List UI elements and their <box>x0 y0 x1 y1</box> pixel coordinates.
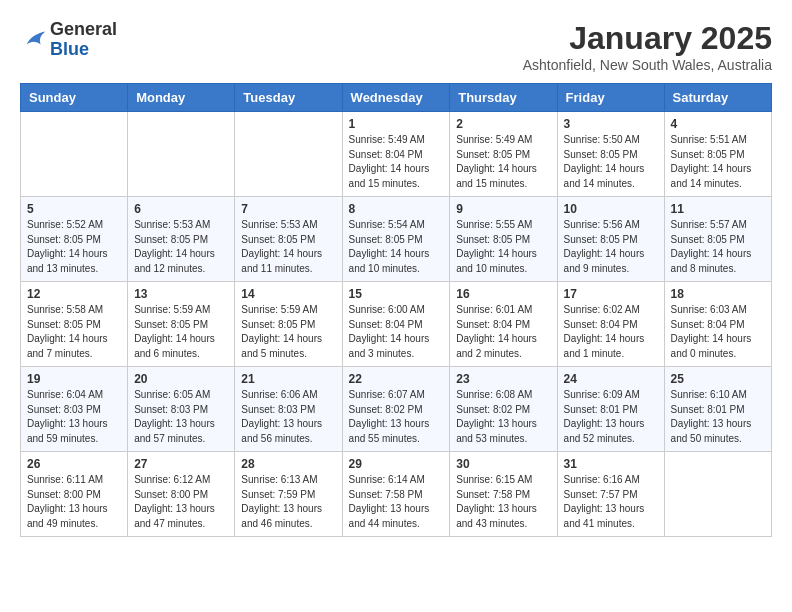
calendar-week-row: 5Sunrise: 5:52 AM Sunset: 8:05 PM Daylig… <box>21 197 772 282</box>
weekday-header-friday: Friday <box>557 84 664 112</box>
calendar-table: SundayMondayTuesdayWednesdayThursdayFrid… <box>20 83 772 537</box>
calendar-cell: 15Sunrise: 6:00 AM Sunset: 8:04 PM Dayli… <box>342 282 450 367</box>
day-number: 17 <box>564 287 658 301</box>
day-number: 7 <box>241 202 335 216</box>
day-info: Sunrise: 6:04 AM Sunset: 8:03 PM Dayligh… <box>27 388 121 446</box>
calendar-cell: 27Sunrise: 6:12 AM Sunset: 8:00 PM Dayli… <box>128 452 235 537</box>
day-number: 11 <box>671 202 765 216</box>
day-number: 23 <box>456 372 550 386</box>
calendar-cell: 20Sunrise: 6:05 AM Sunset: 8:03 PM Dayli… <box>128 367 235 452</box>
location-text: Ashtonfield, New South Wales, Australia <box>523 57 772 73</box>
day-info: Sunrise: 5:49 AM Sunset: 8:04 PM Dayligh… <box>349 133 444 191</box>
calendar-cell: 28Sunrise: 6:13 AM Sunset: 7:59 PM Dayli… <box>235 452 342 537</box>
logo: General Blue <box>20 20 117 60</box>
day-info: Sunrise: 5:56 AM Sunset: 8:05 PM Dayligh… <box>564 218 658 276</box>
day-number: 22 <box>349 372 444 386</box>
day-info: Sunrise: 6:14 AM Sunset: 7:58 PM Dayligh… <box>349 473 444 531</box>
day-number: 9 <box>456 202 550 216</box>
day-info: Sunrise: 6:09 AM Sunset: 8:01 PM Dayligh… <box>564 388 658 446</box>
day-number: 2 <box>456 117 550 131</box>
day-number: 16 <box>456 287 550 301</box>
calendar-week-row: 26Sunrise: 6:11 AM Sunset: 8:00 PM Dayli… <box>21 452 772 537</box>
day-number: 15 <box>349 287 444 301</box>
day-info: Sunrise: 6:02 AM Sunset: 8:04 PM Dayligh… <box>564 303 658 361</box>
page-header: General Blue January 2025 Ashtonfield, N… <box>20 20 772 73</box>
day-info: Sunrise: 6:00 AM Sunset: 8:04 PM Dayligh… <box>349 303 444 361</box>
calendar-cell: 17Sunrise: 6:02 AM Sunset: 8:04 PM Dayli… <box>557 282 664 367</box>
calendar-week-row: 19Sunrise: 6:04 AM Sunset: 8:03 PM Dayli… <box>21 367 772 452</box>
weekday-header-monday: Monday <box>128 84 235 112</box>
title-section: January 2025 Ashtonfield, New South Wale… <box>523 20 772 73</box>
day-number: 18 <box>671 287 765 301</box>
calendar-cell: 2Sunrise: 5:49 AM Sunset: 8:05 PM Daylig… <box>450 112 557 197</box>
day-number: 8 <box>349 202 444 216</box>
day-number: 5 <box>27 202 121 216</box>
day-number: 14 <box>241 287 335 301</box>
day-info: Sunrise: 5:59 AM Sunset: 8:05 PM Dayligh… <box>134 303 228 361</box>
day-info: Sunrise: 5:57 AM Sunset: 8:05 PM Dayligh… <box>671 218 765 276</box>
calendar-week-row: 12Sunrise: 5:58 AM Sunset: 8:05 PM Dayli… <box>21 282 772 367</box>
month-title: January 2025 <box>523 20 772 57</box>
day-info: Sunrise: 6:06 AM Sunset: 8:03 PM Dayligh… <box>241 388 335 446</box>
day-info: Sunrise: 6:01 AM Sunset: 8:04 PM Dayligh… <box>456 303 550 361</box>
calendar-cell: 13Sunrise: 5:59 AM Sunset: 8:05 PM Dayli… <box>128 282 235 367</box>
day-number: 27 <box>134 457 228 471</box>
day-info: Sunrise: 6:03 AM Sunset: 8:04 PM Dayligh… <box>671 303 765 361</box>
calendar-cell <box>235 112 342 197</box>
calendar-cell: 21Sunrise: 6:06 AM Sunset: 8:03 PM Dayli… <box>235 367 342 452</box>
day-number: 3 <box>564 117 658 131</box>
day-info: Sunrise: 5:50 AM Sunset: 8:05 PM Dayligh… <box>564 133 658 191</box>
day-number: 26 <box>27 457 121 471</box>
weekday-header-sunday: Sunday <box>21 84 128 112</box>
calendar-week-row: 1Sunrise: 5:49 AM Sunset: 8:04 PM Daylig… <box>21 112 772 197</box>
weekday-header-tuesday: Tuesday <box>235 84 342 112</box>
day-number: 19 <box>27 372 121 386</box>
day-info: Sunrise: 6:10 AM Sunset: 8:01 PM Dayligh… <box>671 388 765 446</box>
day-info: Sunrise: 6:12 AM Sunset: 8:00 PM Dayligh… <box>134 473 228 531</box>
day-info: Sunrise: 5:49 AM Sunset: 8:05 PM Dayligh… <box>456 133 550 191</box>
day-info: Sunrise: 5:53 AM Sunset: 8:05 PM Dayligh… <box>241 218 335 276</box>
day-info: Sunrise: 6:07 AM Sunset: 8:02 PM Dayligh… <box>349 388 444 446</box>
calendar-cell: 31Sunrise: 6:16 AM Sunset: 7:57 PM Dayli… <box>557 452 664 537</box>
day-info: Sunrise: 6:08 AM Sunset: 8:02 PM Dayligh… <box>456 388 550 446</box>
calendar-cell: 23Sunrise: 6:08 AM Sunset: 8:02 PM Dayli… <box>450 367 557 452</box>
day-number: 4 <box>671 117 765 131</box>
logo-general-text: General <box>50 19 117 39</box>
calendar-cell: 1Sunrise: 5:49 AM Sunset: 8:04 PM Daylig… <box>342 112 450 197</box>
calendar-cell: 5Sunrise: 5:52 AM Sunset: 8:05 PM Daylig… <box>21 197 128 282</box>
day-info: Sunrise: 5:51 AM Sunset: 8:05 PM Dayligh… <box>671 133 765 191</box>
calendar-cell <box>664 452 771 537</box>
calendar-cell: 26Sunrise: 6:11 AM Sunset: 8:00 PM Dayli… <box>21 452 128 537</box>
calendar-cell <box>128 112 235 197</box>
day-number: 6 <box>134 202 228 216</box>
calendar-cell: 19Sunrise: 6:04 AM Sunset: 8:03 PM Dayli… <box>21 367 128 452</box>
calendar-cell: 16Sunrise: 6:01 AM Sunset: 8:04 PM Dayli… <box>450 282 557 367</box>
day-number: 20 <box>134 372 228 386</box>
logo-bird-icon <box>22 24 50 52</box>
day-info: Sunrise: 5:53 AM Sunset: 8:05 PM Dayligh… <box>134 218 228 276</box>
calendar-cell: 30Sunrise: 6:15 AM Sunset: 7:58 PM Dayli… <box>450 452 557 537</box>
day-info: Sunrise: 5:52 AM Sunset: 8:05 PM Dayligh… <box>27 218 121 276</box>
day-number: 30 <box>456 457 550 471</box>
day-info: Sunrise: 6:16 AM Sunset: 7:57 PM Dayligh… <box>564 473 658 531</box>
calendar-cell: 24Sunrise: 6:09 AM Sunset: 8:01 PM Dayli… <box>557 367 664 452</box>
day-number: 1 <box>349 117 444 131</box>
weekday-header-thursday: Thursday <box>450 84 557 112</box>
day-number: 21 <box>241 372 335 386</box>
calendar-cell: 22Sunrise: 6:07 AM Sunset: 8:02 PM Dayli… <box>342 367 450 452</box>
day-info: Sunrise: 6:13 AM Sunset: 7:59 PM Dayligh… <box>241 473 335 531</box>
day-info: Sunrise: 5:58 AM Sunset: 8:05 PM Dayligh… <box>27 303 121 361</box>
logo-blue-text: Blue <box>50 39 89 59</box>
calendar-cell: 7Sunrise: 5:53 AM Sunset: 8:05 PM Daylig… <box>235 197 342 282</box>
day-info: Sunrise: 5:59 AM Sunset: 8:05 PM Dayligh… <box>241 303 335 361</box>
day-number: 29 <box>349 457 444 471</box>
day-number: 13 <box>134 287 228 301</box>
calendar-cell: 9Sunrise: 5:55 AM Sunset: 8:05 PM Daylig… <box>450 197 557 282</box>
calendar-cell: 12Sunrise: 5:58 AM Sunset: 8:05 PM Dayli… <box>21 282 128 367</box>
day-info: Sunrise: 6:15 AM Sunset: 7:58 PM Dayligh… <box>456 473 550 531</box>
calendar-cell <box>21 112 128 197</box>
calendar-cell: 29Sunrise: 6:14 AM Sunset: 7:58 PM Dayli… <box>342 452 450 537</box>
weekday-header-saturday: Saturday <box>664 84 771 112</box>
day-number: 10 <box>564 202 658 216</box>
calendar-cell: 10Sunrise: 5:56 AM Sunset: 8:05 PM Dayli… <box>557 197 664 282</box>
